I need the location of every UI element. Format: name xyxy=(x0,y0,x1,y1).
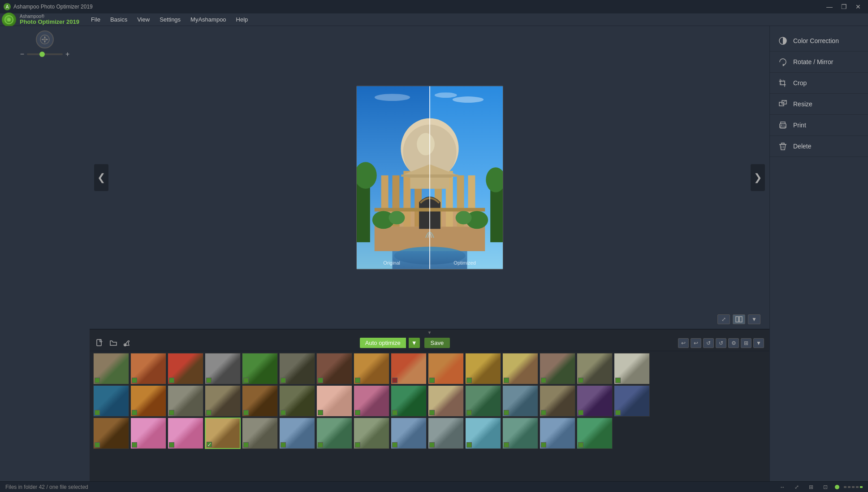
thumbnail-area: ▼ xyxy=(90,329,769,481)
menu-view[interactable]: View xyxy=(133,14,154,25)
prev-button[interactable]: ❮ xyxy=(94,164,108,191)
list-item[interactable] xyxy=(93,385,129,417)
undo2-button[interactable]: ↩ xyxy=(691,338,701,348)
list-item[interactable] xyxy=(316,418,352,449)
settings-small-button[interactable]: ⚙ xyxy=(728,338,739,348)
grid-status-button[interactable]: ⊞ xyxy=(806,482,816,492)
list-item[interactable] xyxy=(93,418,129,449)
list-item[interactable] xyxy=(465,353,501,384)
list-item[interactable] xyxy=(279,385,315,417)
toolbar-strip: Auto optimize ▼ Save ↩ ↩ ↺ ↺ ⚙ ⊞ ▼ xyxy=(90,335,769,351)
status-bar: Files in folder 42 / one file selected ↔… xyxy=(0,481,868,492)
list-item[interactable] xyxy=(614,353,650,384)
split-view-button[interactable] xyxy=(733,314,745,324)
list-item[interactable] xyxy=(577,418,613,449)
list-item[interactable] xyxy=(540,353,575,384)
zoom-minus[interactable]: − xyxy=(20,50,24,58)
list-item[interactable] xyxy=(130,418,166,449)
next-button[interactable]: ❯ xyxy=(751,164,765,191)
list-item[interactable] xyxy=(242,385,278,417)
rotate-mirror-icon xyxy=(778,57,788,67)
list-item[interactable] xyxy=(428,353,464,384)
thumbnail-toggle[interactable]: ▼ xyxy=(90,330,769,335)
sidebar-item-rotate-mirror[interactable]: Rotate / Mirror xyxy=(770,52,868,73)
list-item[interactable] xyxy=(502,353,538,384)
sidebar-item-delete[interactable]: Delete xyxy=(770,136,868,157)
list-item[interactable] xyxy=(465,385,501,417)
label-original: Original xyxy=(383,260,400,266)
list-item[interactable] xyxy=(130,353,166,384)
zoom-slider-thumb[interactable] xyxy=(39,52,45,57)
list-item[interactable] xyxy=(168,418,203,449)
zoom-slider[interactable] xyxy=(27,53,63,55)
list-item[interactable] xyxy=(205,385,241,417)
list-item[interactable] xyxy=(279,418,315,449)
list-item[interactable] xyxy=(316,353,352,384)
menu-file[interactable]: File xyxy=(86,14,105,25)
list-item[interactable] xyxy=(540,385,575,417)
menu-myashampoo[interactable]: MyAshampoo xyxy=(186,14,230,25)
list-item[interactable] xyxy=(428,385,464,417)
list-item[interactable] xyxy=(316,385,352,417)
menu-help[interactable]: Help xyxy=(232,14,253,25)
list-item[interactable] xyxy=(130,385,166,417)
minimize-button[interactable]: — xyxy=(823,2,836,12)
menu-basics[interactable]: Basics xyxy=(106,14,132,25)
list-item[interactable] xyxy=(93,353,129,384)
fit-width-button[interactable]: ↔ xyxy=(777,482,787,492)
list-item[interactable] xyxy=(540,418,575,449)
restore-button[interactable]: ❐ xyxy=(838,2,850,12)
list-item[interactable] xyxy=(614,385,650,417)
list-item[interactable] xyxy=(391,385,427,417)
svg-point-7 xyxy=(44,39,46,41)
list-item[interactable] xyxy=(391,418,427,449)
sidebar-item-color-correction[interactable]: Color Correction xyxy=(770,30,868,52)
expand-panel-button[interactable]: ▼ xyxy=(753,338,764,348)
list-item[interactable] xyxy=(354,353,389,384)
list-item[interactable] xyxy=(391,353,427,384)
list-item[interactable]: ✓ xyxy=(205,418,241,449)
list-item[interactable] xyxy=(577,385,613,417)
list-item[interactable] xyxy=(242,353,278,384)
delete-icon xyxy=(778,141,788,151)
undo-button[interactable]: ↩ xyxy=(678,338,689,348)
close-button[interactable]: ✕ xyxy=(852,2,864,12)
list-item[interactable] xyxy=(168,353,203,384)
menu-bar: Ashampoo® Photo Optimizer 2019 File Basi… xyxy=(0,13,868,26)
single-status-button[interactable]: ⊡ xyxy=(820,482,830,492)
auto-optimize-dropdown[interactable]: ▼ xyxy=(409,338,420,348)
list-item[interactable] xyxy=(428,418,464,449)
sidebar-item-print[interactable]: Print xyxy=(770,115,868,136)
list-item[interactable] xyxy=(205,353,241,384)
new-file-button[interactable] xyxy=(95,338,105,348)
list-item[interactable] xyxy=(502,385,538,417)
menu-settings[interactable]: Settings xyxy=(155,14,185,25)
auto-optimize-button[interactable]: Auto optimize xyxy=(360,338,406,348)
app-logo: Ashampoo® Photo Optimizer 2019 xyxy=(2,13,79,27)
svg-marker-48 xyxy=(783,64,785,66)
sidebar-item-resize[interactable]: Resize xyxy=(770,94,868,115)
tools-button[interactable] xyxy=(122,338,132,348)
list-item[interactable] xyxy=(354,418,389,449)
list-item[interactable] xyxy=(168,385,203,417)
fit-page-button[interactable]: ⤢ xyxy=(792,482,802,492)
delete-label: Delete xyxy=(793,143,811,150)
redo2-button[interactable]: ↺ xyxy=(716,338,726,348)
right-panel: Color Correction Rotate / Mirror Crop xyxy=(769,26,868,481)
list-item[interactable] xyxy=(502,418,538,449)
zoom-plus[interactable]: + xyxy=(65,50,69,58)
grid-view-button[interactable]: ⊞ xyxy=(741,338,751,348)
list-item[interactable] xyxy=(577,353,613,384)
save-button[interactable]: Save xyxy=(424,338,450,348)
redo-button[interactable]: ↺ xyxy=(703,338,714,348)
list-item[interactable] xyxy=(465,418,501,449)
list-item[interactable] xyxy=(279,353,315,384)
list-item[interactable] xyxy=(242,418,278,449)
pan-control[interactable] xyxy=(36,30,54,48)
open-folder-button[interactable] xyxy=(108,338,118,348)
list-item[interactable] xyxy=(354,385,389,417)
fullscreen-button[interactable]: ⤢ xyxy=(717,314,730,324)
sidebar-item-crop[interactable]: Crop xyxy=(770,73,868,94)
svg-point-1 xyxy=(7,18,11,22)
chevron-down-button[interactable]: ▼ xyxy=(748,314,760,324)
